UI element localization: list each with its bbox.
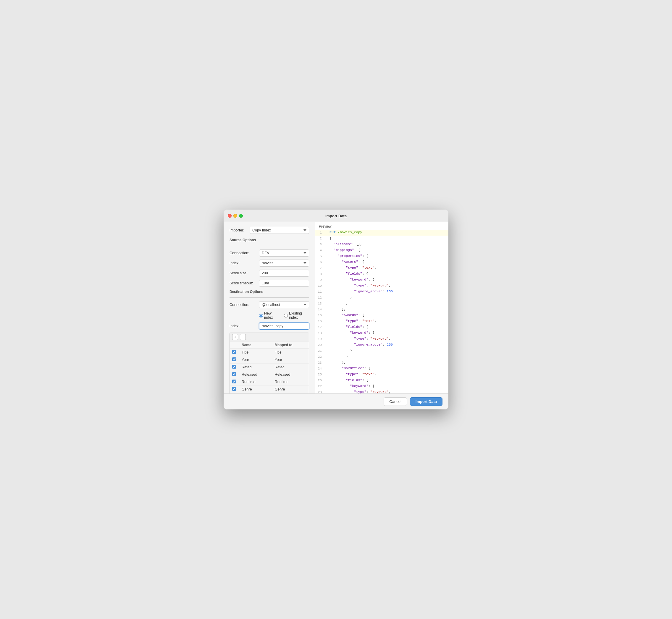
field-table: Name Mapped to Title Title Year Year Rat…: [230, 341, 309, 394]
dest-index-input[interactable]: [259, 323, 309, 330]
table-row: Rated Rated: [230, 364, 309, 371]
traffic-lights: [228, 214, 243, 218]
cancel-button[interactable]: Cancel: [384, 397, 407, 406]
line-content: "keyword": {: [329, 330, 448, 336]
maximize-button[interactable]: [239, 214, 243, 218]
row-checkbox-cell[interactable]: [230, 379, 239, 386]
source-index-label: Index:: [230, 261, 259, 265]
code-line: 5 "properties": {: [315, 253, 448, 259]
code-line: 24 "BoxOffice": {: [315, 366, 448, 371]
code-line: 14 },: [315, 306, 448, 313]
table-row: Year Year: [230, 356, 309, 364]
code-line: 3 "aliases": {},: [315, 242, 448, 248]
line-content: "type": "text",: [329, 318, 448, 324]
code-line: 16 "type": "text",: [315, 318, 448, 324]
line-content: "aliases": {},: [329, 242, 448, 247]
row-checkbox[interactable]: [232, 365, 236, 369]
importer-label: Importer:: [230, 228, 250, 232]
add-field-button[interactable]: +: [232, 334, 238, 340]
destination-options-title: Destination Options: [230, 290, 309, 294]
code-line: 15 "Awards": {: [315, 313, 448, 318]
row-checkbox[interactable]: [232, 357, 236, 361]
row-checkbox-cell[interactable]: [230, 364, 239, 371]
dest-connection-wrapper: @localhost DEV: [259, 301, 309, 308]
line-content: "keyword": {: [329, 384, 448, 389]
importer-dropdown[interactable]: Copy Index: [250, 227, 309, 234]
table-toolbar: + −: [230, 333, 309, 341]
line-number: 12: [315, 295, 325, 300]
dest-connection-label: Connection:: [230, 303, 259, 307]
row-checkbox[interactable]: [232, 350, 236, 354]
new-index-radio[interactable]: [259, 314, 263, 318]
remove-field-button[interactable]: −: [240, 334, 246, 340]
scroll-size-input[interactable]: [259, 270, 309, 277]
code-line: 18 "keyword": {: [315, 330, 448, 336]
line-content: PUT /movies_copy: [329, 230, 448, 235]
row-mapped: Director: [272, 393, 309, 394]
line-content: "Awards": {: [329, 313, 448, 318]
code-line: 1PUT /movies_copy: [315, 230, 448, 235]
code-line: 26 "fields": {: [315, 377, 448, 384]
line-content: }: [329, 354, 448, 359]
existing-index-radio[interactable]: [284, 314, 288, 318]
line-content: "fields": {: [329, 271, 448, 276]
close-button[interactable]: [228, 214, 232, 218]
line-number: 23: [315, 360, 325, 365]
source-index-dropdown[interactable]: movies movies_copy: [259, 260, 309, 267]
line-content: "type": "text",: [329, 265, 448, 271]
code-line: 6 "Actors": {: [315, 259, 448, 265]
scroll-size-label: Scroll size:: [230, 271, 259, 275]
source-connection-label: Connection:: [230, 251, 259, 255]
line-number: 21: [315, 348, 325, 353]
row-checkbox-cell[interactable]: [230, 356, 239, 364]
line-content: "BoxOffice": {: [329, 366, 448, 371]
row-checkbox[interactable]: [232, 380, 236, 384]
row-checkbox[interactable]: [232, 387, 236, 391]
row-checkbox-cell[interactable]: [230, 349, 239, 356]
line-number: 7: [315, 265, 325, 271]
index-type-radio-group: New index Existing index: [259, 311, 309, 320]
line-content: }: [329, 348, 448, 353]
code-line: 28 "type": "keyword",: [315, 389, 448, 394]
scroll-timeout-input[interactable]: [259, 280, 309, 287]
new-index-radio-label[interactable]: New index: [259, 311, 279, 320]
row-mapped: Year: [272, 356, 309, 364]
line-content: },: [329, 360, 448, 365]
left-panel: Importer: Copy Index Source Options Conn…: [224, 222, 315, 394]
scroll-timeout-row: Scroll timeout:: [230, 280, 309, 287]
line-content: "keyword": {: [329, 277, 448, 282]
source-connection-dropdown[interactable]: DEV localhost production: [259, 250, 309, 257]
line-content: "type": "keyword",: [329, 389, 448, 394]
line-number: 15: [315, 313, 325, 318]
code-line: 7 "type": "text",: [315, 265, 448, 271]
line-number: 28: [315, 389, 325, 394]
col-name: Name: [239, 341, 272, 349]
row-checkbox-cell[interactable]: [230, 393, 239, 394]
scroll-size-wrapper: [259, 270, 309, 277]
line-number: 2: [315, 235, 325, 241]
scroll-timeout-label: Scroll timeout:: [230, 281, 259, 285]
line-number: 25: [315, 371, 325, 377]
table-row: Title Title: [230, 349, 309, 356]
code-line: 12 }: [315, 295, 448, 301]
new-index-label: New index: [264, 311, 279, 320]
dest-connection-dropdown[interactable]: @localhost DEV: [259, 301, 309, 308]
window-title: Import Data: [325, 214, 347, 218]
row-name: Director: [239, 393, 272, 394]
import-button[interactable]: Import Data: [410, 397, 442, 406]
line-number: 26: [315, 377, 325, 383]
row-checkbox[interactable]: [232, 372, 236, 376]
code-line: 19 "type": "keyword",: [315, 336, 448, 342]
line-number: 11: [315, 289, 325, 294]
minimize-button[interactable]: [233, 214, 237, 218]
line-number: 27: [315, 384, 325, 389]
existing-index-radio-label[interactable]: Existing index: [284, 311, 309, 320]
code-line: 20 "ignore_above": 256: [315, 342, 448, 348]
content-area: Importer: Copy Index Source Options Conn…: [224, 222, 448, 394]
row-checkbox-cell[interactable]: [230, 386, 239, 393]
line-number: 6: [315, 259, 325, 265]
code-line: 21 }: [315, 348, 448, 354]
row-checkbox-cell[interactable]: [230, 371, 239, 379]
code-line: 8 "fields": {: [315, 271, 448, 277]
col-mapped: Mapped to: [272, 341, 309, 349]
